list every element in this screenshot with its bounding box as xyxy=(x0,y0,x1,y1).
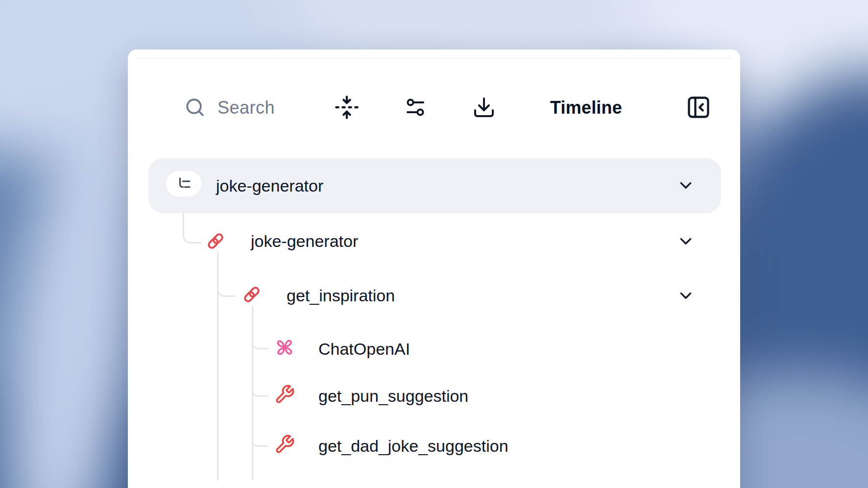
chain-link-icon xyxy=(204,230,227,252)
search-icon xyxy=(184,96,206,119)
download-icon xyxy=(472,96,496,119)
trace-tree-panel: Search Timeline xyxy=(128,49,740,488)
tree-row-label[interactable]: get_pun_suggestion xyxy=(318,384,468,408)
tree-guide-tick xyxy=(252,429,268,447)
tree-guide-elbow xyxy=(217,264,235,297)
top-dotted-divider xyxy=(137,58,731,59)
timeline-toggle[interactable]: Timeline xyxy=(550,96,622,120)
search-button[interactable] xyxy=(184,96,206,119)
chain-link-icon xyxy=(241,283,263,306)
root-node-icon-chip xyxy=(166,171,201,196)
wrench-tool-icon xyxy=(274,384,295,405)
panel-collapse-icon xyxy=(686,95,711,120)
chevron-down-icon[interactable] xyxy=(675,231,696,251)
search-placeholder[interactable]: Search xyxy=(217,97,275,119)
fold-vertical-icon xyxy=(334,95,360,120)
tree-row-label[interactable]: get_inspiration xyxy=(287,284,395,307)
collapse-panel-button[interactable] xyxy=(686,95,711,120)
tree-row-label[interactable]: ChatOpenAI xyxy=(318,337,410,361)
tree-row-label[interactable]: get_dad_joke_suggestion xyxy=(318,434,508,458)
tree-guide-tick xyxy=(252,379,268,397)
chevron-down-icon[interactable] xyxy=(675,285,696,306)
export-button[interactable] xyxy=(472,96,496,119)
tree-row-label[interactable]: joke-generator xyxy=(251,229,358,253)
filter-settings-button[interactable] xyxy=(404,96,427,119)
tree-row-label: joke-generator xyxy=(216,174,323,197)
tree-structure-icon xyxy=(175,175,193,193)
collapse-all-button[interactable] xyxy=(334,95,360,120)
chevron-down-icon[interactable] xyxy=(675,175,696,195)
wrench-tool-icon xyxy=(274,434,295,455)
tree-guide-tick xyxy=(252,331,268,349)
llm-pinwheel-icon xyxy=(274,337,295,358)
sliders-icon xyxy=(404,96,427,119)
